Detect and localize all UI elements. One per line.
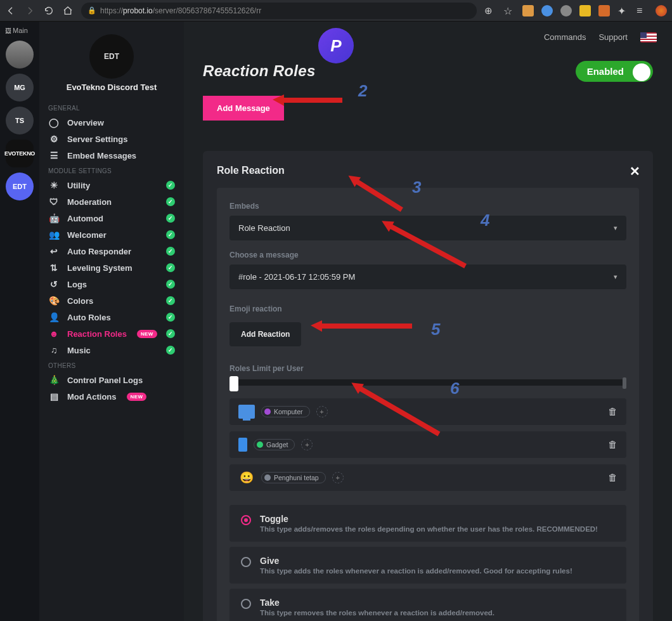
- roles-limit-label: Roles Limit per User: [229, 364, 626, 373]
- locale-flag-us[interactable]: [640, 32, 657, 42]
- address-bar[interactable]: 🔒 https://probot.io/server/8056378674555…: [81, 3, 477, 19]
- sidebar-item-utility[interactable]: ☀Utility✓: [39, 177, 184, 193]
- sidebar-item-moderation[interactable]: 🛡Moderation✓: [39, 193, 184, 210]
- nav-label: Music: [67, 346, 91, 355]
- check-icon: ✓: [166, 263, 175, 272]
- topbar: Commands Support: [184, 22, 672, 53]
- monitor-icon: [238, 405, 255, 419]
- home-button[interactable]: [62, 5, 74, 16]
- add-message-button[interactable]: Add Message: [203, 96, 284, 121]
- role-row: Gadget+🗑: [229, 431, 626, 458]
- emoji-icon: 😀: [238, 471, 255, 485]
- check-icon: ✓: [166, 247, 175, 256]
- main-pane: P Commands Support Reaction Roles Enable…: [184, 22, 672, 621]
- sidebar-item-auto-roles[interactable]: 👤Auto Roles✓: [39, 309, 184, 325]
- puzzle-icon[interactable]: ✦: [617, 5, 629, 16]
- browser-toolbar: 🔒 https://probot.io/server/8056378674555…: [0, 0, 672, 22]
- sidebar-item-leveling-system[interactable]: ⇅Leveling System✓: [39, 259, 184, 276]
- check-icon: ✓: [166, 346, 175, 355]
- server-chip-3[interactable]: EVOTEKNO: [6, 140, 34, 167]
- server-chip-2[interactable]: TS: [6, 107, 34, 134]
- radio-icon[interactable]: [241, 515, 251, 525]
- forward-button[interactable]: [24, 5, 36, 16]
- sidebar-item-control-panel-logs[interactable]: 🎄Control Panel Logs: [39, 372, 184, 388]
- trash-icon[interactable]: 🗑: [608, 439, 617, 450]
- sidebar-item-overview[interactable]: ◯Overview: [39, 114, 184, 131]
- radio-icon[interactable]: [241, 557, 251, 567]
- page-title: Reaction Roles: [203, 62, 316, 80]
- sidebar-item-mod-actions[interactable]: ▤Mod ActionsNEW: [39, 388, 184, 405]
- add-role-button[interactable]: +: [316, 406, 328, 417]
- roles-limit-slider[interactable]: [229, 379, 626, 386]
- nav-icon: ⇅: [48, 263, 60, 273]
- playlist-icon[interactable]: ≡: [636, 5, 648, 16]
- slider-thumb[interactable]: [229, 376, 238, 391]
- reload-button[interactable]: [43, 5, 55, 16]
- sidebar-item-music[interactable]: ♫Music✓: [39, 342, 184, 358]
- annotation-2: 2: [358, 81, 367, 101]
- slider-max-mark: [623, 377, 626, 389]
- trash-icon[interactable]: 🗑: [608, 406, 617, 417]
- role-type-option[interactable]: Take This type removes the roles wheneve…: [229, 589, 626, 621]
- nav-icon: ◯: [48, 117, 60, 127]
- server-chip-1[interactable]: MG: [6, 74, 34, 101]
- server-rail: Main MG TS EVOTEKNO EDT: [0, 22, 39, 621]
- choose-message-select[interactable]: #role - 2021-06-17 12:05:59 PM▾: [229, 265, 626, 289]
- sidebar-item-auto-responder[interactable]: ↩Auto Responder✓: [39, 243, 184, 259]
- new-badge: NEW: [137, 330, 157, 338]
- ext-icon-3[interactable]: [560, 5, 572, 16]
- role-pill[interactable]: Komputer: [261, 406, 310, 417]
- nav-icon: ▤: [48, 391, 60, 402]
- zoom-icon[interactable]: ⊕: [484, 5, 496, 16]
- sidebar: EDT EvoTekno Discord Test GENERAL ◯Overv…: [39, 22, 184, 621]
- back-button[interactable]: [5, 5, 16, 16]
- nav-label: Leveling System: [67, 263, 132, 273]
- server-name: EvoTekno Discord Test: [39, 82, 184, 92]
- type-desc: This type removes the roles whenever a r…: [260, 609, 494, 617]
- section-general: GENERAL: [39, 101, 184, 114]
- role-pill[interactable]: Penghuni tetap: [261, 472, 326, 483]
- nav-label: Mod Actions: [67, 392, 117, 402]
- role-pill[interactable]: Gadget: [254, 439, 295, 450]
- close-icon[interactable]: ✕: [630, 164, 640, 179]
- ext-icon-2[interactable]: [541, 5, 553, 16]
- sidebar-item-logs[interactable]: ↺Logs✓: [39, 276, 184, 292]
- check-icon: ✓: [166, 181, 175, 190]
- lock-icon: 🔒: [87, 6, 96, 15]
- nav-commands[interactable]: Commands: [544, 32, 586, 42]
- sidebar-item-server-settings[interactable]: ⚙Server Settings: [39, 131, 184, 147]
- role-type-option[interactable]: Toggle This type adds/removes the roles …: [229, 505, 626, 542]
- nav-label: Control Panel Logs: [67, 376, 143, 385]
- role-color-dot: [257, 441, 263, 448]
- emoji-reaction-label: Emoji reaction: [229, 304, 626, 313]
- embeds-select[interactable]: Role Reaction▾: [229, 216, 626, 240]
- check-icon: ✓: [166, 214, 175, 223]
- role-name: Gadget: [266, 441, 288, 448]
- choose-message-label: Choose a message: [229, 251, 626, 259]
- server-chip-4[interactable]: EDT: [6, 173, 34, 200]
- server-avatar[interactable]: EDT: [89, 34, 134, 79]
- radio-icon[interactable]: [241, 599, 251, 609]
- server-chip-0[interactable]: [6, 41, 34, 69]
- add-role-button[interactable]: +: [301, 439, 313, 450]
- star-icon[interactable]: ☆: [503, 5, 515, 16]
- enabled-toggle[interactable]: Enabled: [576, 61, 653, 82]
- sidebar-item-automod[interactable]: 🤖Automod✓: [39, 210, 184, 226]
- sidebar-item-welcomer[interactable]: 👥Welcomer✓: [39, 226, 184, 243]
- profile-avatar[interactable]: [656, 5, 667, 16]
- ext-icon-5[interactable]: [598, 5, 610, 16]
- sidebar-item-reaction-roles[interactable]: ☻Reaction RolesNEW✓: [39, 325, 184, 342]
- type-desc: This type adds/removes the roles dependi…: [260, 525, 598, 533]
- role-type-option[interactable]: Give This type adds the roles whenever a…: [229, 547, 626, 584]
- ext-icon-1[interactable]: [522, 5, 534, 16]
- sidebar-item-colors[interactable]: 🎨Colors✓: [39, 292, 184, 309]
- nav-icon: ☰: [48, 150, 60, 160]
- add-reaction-button[interactable]: Add Reaction: [229, 322, 301, 346]
- nav-support[interactable]: Support: [598, 32, 628, 42]
- rail-main-label: Main: [0, 27, 28, 34]
- sidebar-item-embed-messages[interactable]: ☰Embed Messages: [39, 147, 184, 164]
- ext-icon-4[interactable]: [579, 5, 591, 16]
- add-role-button[interactable]: +: [332, 472, 344, 483]
- trash-icon[interactable]: 🗑: [608, 472, 617, 483]
- check-icon: ✓: [166, 329, 175, 338]
